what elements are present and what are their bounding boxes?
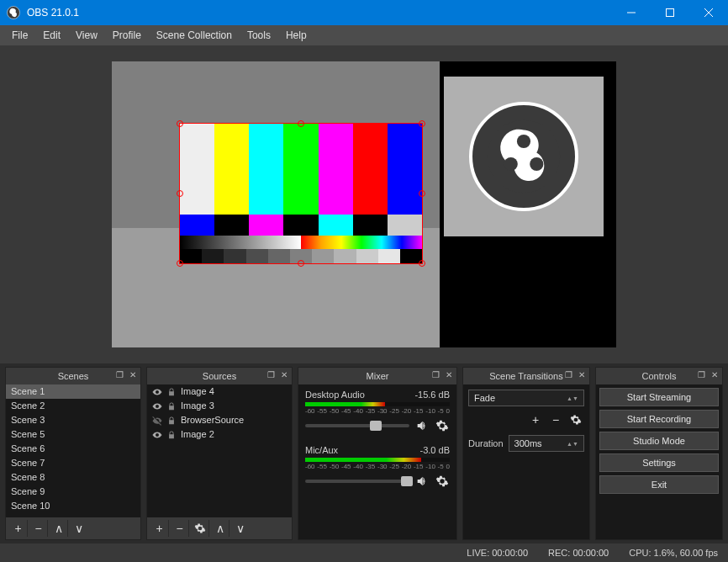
lock-icon[interactable] bbox=[167, 388, 176, 396]
volume-slider[interactable] bbox=[305, 424, 409, 427]
obs-logo-icon bbox=[469, 102, 578, 211]
scenes-list[interactable]: Scene 1Scene 2Scene 3Scene 5Scene 6Scene… bbox=[6, 384, 140, 517]
source-properties-button[interactable] bbox=[191, 520, 209, 537]
transitions-body: Fade ▲▼ + − Duration 300ms ▲▼ bbox=[463, 384, 589, 539]
undock-icon[interactable]: ❐ bbox=[265, 369, 277, 381]
transition-select[interactable]: Fade ▲▼ bbox=[468, 390, 584, 406]
remove-transition-button[interactable]: − bbox=[547, 411, 564, 428]
close-panel-icon[interactable]: ✕ bbox=[127, 369, 139, 381]
lock-icon[interactable] bbox=[167, 402, 176, 411]
spectrum-bar bbox=[180, 236, 422, 250]
move-scene-up-button[interactable]: ∧ bbox=[50, 520, 68, 537]
resize-handle-bl[interactable] bbox=[177, 260, 183, 267]
move-source-up-button[interactable]: ∧ bbox=[211, 520, 229, 537]
source-item[interactable]: Image 3 bbox=[147, 399, 292, 413]
remove-source-button[interactable]: − bbox=[171, 520, 189, 537]
start-recording-button[interactable]: Start Recording bbox=[599, 410, 719, 428]
resize-handle-br[interactable] bbox=[419, 260, 425, 267]
speaker-icon[interactable] bbox=[414, 474, 430, 489]
source-label: Image 4 bbox=[181, 384, 214, 399]
meter-ticks: -60-55-50-45-40-35-30-25-20-15-10-50 bbox=[305, 463, 450, 470]
transition-settings-button[interactable] bbox=[567, 411, 584, 428]
add-source-button[interactable]: + bbox=[150, 520, 169, 537]
close-panel-icon[interactable]: ✕ bbox=[709, 369, 720, 381]
resize-handle-ml[interactable] bbox=[177, 190, 183, 197]
remove-scene-button[interactable]: − bbox=[29, 520, 48, 537]
scene-item[interactable]: Scene 5 bbox=[6, 427, 140, 442]
undock-icon[interactable]: ❐ bbox=[430, 369, 441, 381]
resize-handle-bm[interactable] bbox=[298, 260, 304, 267]
scene-item[interactable]: Scene 2 bbox=[6, 399, 140, 413]
resize-handle-tr[interactable] bbox=[419, 120, 425, 127]
spinbox-arrows-icon: ▲▼ bbox=[567, 441, 578, 447]
pluge-bars bbox=[180, 215, 422, 236]
scene-item[interactable]: Scene 10 bbox=[6, 499, 140, 513]
scene-item[interactable]: Scene 8 bbox=[6, 470, 140, 485]
studio-mode-button[interactable]: Studio Mode bbox=[599, 432, 719, 450]
undock-icon[interactable]: ❐ bbox=[562, 369, 574, 381]
source-label: Image 3 bbox=[181, 399, 214, 413]
eye-icon[interactable] bbox=[152, 387, 162, 397]
preview-canvas[interactable] bbox=[112, 61, 616, 347]
undock-icon[interactable]: ❐ bbox=[695, 369, 707, 381]
duration-label: Duration bbox=[468, 438, 504, 448]
status-cpu: CPU: 1.6%, 60.00 fps bbox=[629, 548, 718, 558]
close-button[interactable] bbox=[689, 0, 728, 25]
duration-spinbox[interactable]: 300ms ▲▼ bbox=[509, 435, 584, 452]
scene-item[interactable]: Scene 3 bbox=[6, 413, 140, 427]
source-label: BrowserSource bbox=[181, 413, 244, 427]
menu-tools[interactable]: Tools bbox=[240, 28, 277, 43]
add-scene-button[interactable]: + bbox=[9, 520, 28, 537]
menu-edit[interactable]: Edit bbox=[36, 28, 67, 43]
undock-icon[interactable]: ❐ bbox=[113, 369, 125, 381]
move-source-down-button[interactable]: ∨ bbox=[231, 520, 250, 537]
source-item[interactable]: BrowserSource bbox=[147, 413, 292, 427]
close-panel-icon[interactable]: ✕ bbox=[576, 369, 588, 381]
maximize-button[interactable] bbox=[651, 0, 689, 25]
move-scene-down-button[interactable]: ∨ bbox=[70, 520, 88, 537]
channel-name: Mic/Aux bbox=[305, 445, 338, 455]
transitions-panel: Scene Transitions ❐ ✕ Fade ▲▼ + − Durati… bbox=[462, 367, 590, 540]
close-panel-icon[interactable]: ✕ bbox=[443, 369, 455, 381]
close-panel-icon[interactable]: ✕ bbox=[278, 369, 290, 381]
source-item[interactable]: Image 4 bbox=[147, 384, 292, 399]
sources-header: Sources ❐ ✕ bbox=[147, 368, 292, 384]
eye-icon[interactable] bbox=[152, 430, 162, 440]
menu-file[interactable]: File bbox=[5, 28, 34, 43]
transitions-header: Scene Transitions ❐ ✕ bbox=[463, 368, 589, 384]
obs-logo-source bbox=[444, 77, 604, 236]
lock-icon[interactable] bbox=[167, 416, 176, 425]
scene-item[interactable]: Scene 9 bbox=[6, 485, 140, 499]
scene-item[interactable]: Scene 1 bbox=[6, 384, 140, 399]
settings-button[interactable]: Settings bbox=[599, 453, 719, 472]
minimize-button[interactable] bbox=[612, 0, 651, 25]
exit-button[interactable]: Exit bbox=[599, 475, 719, 494]
menu-scene-collection[interactable]: Scene Collection bbox=[150, 28, 239, 43]
preview-area[interactable] bbox=[0, 45, 728, 363]
sources-list[interactable]: Image 4Image 3BrowserSourceImage 2 bbox=[147, 384, 292, 517]
source-item[interactable]: Image 2 bbox=[147, 427, 292, 442]
status-live: LIVE: 00:00:00 bbox=[467, 548, 528, 558]
menu-view[interactable]: View bbox=[69, 28, 104, 43]
add-transition-button[interactable]: + bbox=[527, 411, 544, 428]
eye-icon[interactable] bbox=[152, 401, 162, 411]
scene-item[interactable]: Scene 7 bbox=[6, 456, 140, 470]
menu-profile[interactable]: Profile bbox=[106, 28, 148, 43]
transition-selected-label: Fade bbox=[474, 393, 495, 403]
gear-icon[interactable] bbox=[435, 418, 450, 433]
start-streaming-button[interactable]: Start Streaming bbox=[599, 388, 719, 406]
speaker-icon[interactable] bbox=[414, 418, 430, 433]
gear-icon[interactable] bbox=[435, 474, 450, 489]
status-rec: REC: 00:00:00 bbox=[548, 548, 609, 558]
lock-icon[interactable] bbox=[167, 431, 176, 439]
selected-source-testpattern[interactable] bbox=[179, 123, 423, 264]
menu-help[interactable]: Help bbox=[279, 28, 314, 43]
scene-item[interactable]: Scene 6 bbox=[6, 442, 140, 456]
resize-handle-tl[interactable] bbox=[177, 120, 183, 127]
volume-slider[interactable] bbox=[305, 480, 409, 483]
source-label: Image 2 bbox=[181, 427, 214, 442]
resize-handle-tm[interactable] bbox=[298, 120, 304, 127]
eye-off-icon[interactable] bbox=[152, 416, 162, 426]
resize-handle-mr[interactable] bbox=[419, 190, 425, 197]
scenes-title: Scenes bbox=[58, 371, 89, 381]
